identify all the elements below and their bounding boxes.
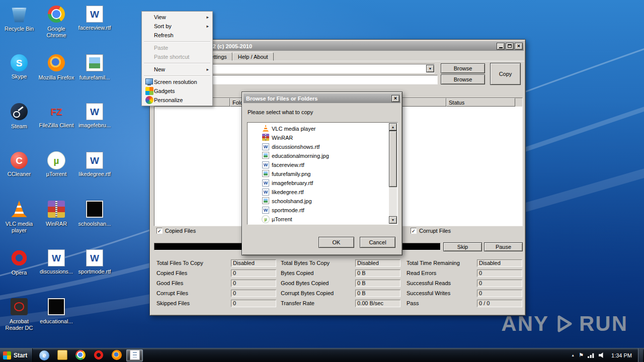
file-list-item[interactable]: WinRAR xyxy=(248,133,389,142)
file-list-item[interactable]: schoolshand.jpg xyxy=(248,197,389,206)
desktop-icon[interactable]: CCleaner xyxy=(1,148,37,197)
taskbar-button[interactable] xyxy=(54,349,70,361)
scroll-up-button[interactable]: ▲ xyxy=(389,123,397,131)
play-logo-icon xyxy=(554,314,574,334)
target-browse-button[interactable]: Browse xyxy=(441,74,485,84)
winrar-icon xyxy=(262,134,269,141)
context-menu-item[interactable]: View ▸ xyxy=(143,13,211,22)
stat-row: Corrupt Bytes Copied 0 B xyxy=(281,288,400,298)
action-center-flag-icon[interactable]: ⚑ xyxy=(579,352,584,358)
file-list-item-label: likedegree.rtf xyxy=(272,189,304,195)
scrollbar[interactable]: ▲ ▼ xyxy=(389,123,397,224)
context-menu-item[interactable]: Gadgets ▸ xyxy=(143,86,211,96)
desktop-icon-label: futurefamil... xyxy=(79,74,110,81)
stat-value: 0 B xyxy=(355,290,400,297)
taskbar-button[interactable] xyxy=(108,349,125,361)
hidden-icons-chevron[interactable]: ▲ xyxy=(571,353,575,357)
taskbar-button[interactable] xyxy=(72,349,89,361)
desktop-icon-label: Acrobat Reader DC xyxy=(1,318,37,331)
desktop-icon[interactable]: Mozilla Firefox xyxy=(38,51,74,100)
file-list-item[interactable]: µTorrent xyxy=(248,215,389,224)
taskbar-button[interactable] xyxy=(126,349,143,361)
clock[interactable]: 1:34 PM xyxy=(611,352,632,358)
utorrent-icon xyxy=(262,216,269,223)
checkbox[interactable]: ✓ xyxy=(156,228,163,234)
file-list-item[interactable]: likedegree.rtf xyxy=(248,188,389,197)
dialog-titlebar[interactable]: Browse for Files or Folders × xyxy=(244,94,400,103)
context-menu-item[interactable]: Personalize ▸ xyxy=(143,96,211,105)
context-menu-item[interactable]: New ▸ xyxy=(143,65,211,74)
minimize-button[interactable] xyxy=(497,43,505,50)
desktop-icon[interactable]: likedegree.rtf xyxy=(75,148,114,197)
context-menu-item[interactable]: Screen resolution ▸ xyxy=(143,77,211,86)
desktop-icon[interactable]: Recycle Bin xyxy=(1,2,37,51)
dialog-close-button[interactable]: × xyxy=(391,95,399,102)
file-list-item[interactable]: imagefebruary.rtf xyxy=(248,178,389,188)
copied-files-checkbox[interactable]: ✓ Copied Files xyxy=(156,228,196,234)
corrupt-files-checkbox[interactable]: ✓ Corrupt Files xyxy=(411,228,451,234)
desktop-icon[interactable]: Opera xyxy=(1,246,37,295)
ok-button[interactable]: OK xyxy=(318,237,354,248)
desktop-icon[interactable]: imagefebru... xyxy=(75,100,114,148)
word-doc-icon xyxy=(262,189,269,196)
stat-value: 0.00 B/sec xyxy=(355,300,400,307)
taskbar-button[interactable] xyxy=(36,349,52,361)
desktop-icon[interactable]: Google Chrome xyxy=(38,2,74,51)
stat-label: Total Bytes To Copy xyxy=(281,260,330,266)
menu-item-label: View xyxy=(154,14,166,20)
cancel-button[interactable]: Cancel xyxy=(360,237,395,248)
context-menu-item[interactable]: Paste shortcut ▸ xyxy=(143,52,211,61)
word-doc-icon xyxy=(86,249,103,266)
maximize-button[interactable] xyxy=(506,43,514,50)
file-list-item[interactable]: sportmode.rtf xyxy=(248,206,389,215)
submenu-arrow-icon: ▸ xyxy=(206,67,209,72)
tab-label: Help / About xyxy=(238,54,268,60)
desktop-icon[interactable]: facereview.rtf xyxy=(75,2,114,51)
desktop-icon[interactable]: discussions... xyxy=(38,246,74,295)
file-list-item[interactable]: futurefamily.png xyxy=(248,169,389,178)
file-list-item[interactable]: VLC media player xyxy=(248,124,389,133)
checkbox[interactable]: ✓ xyxy=(411,228,417,234)
scrollbar-thumb[interactable] xyxy=(389,131,397,187)
context-menu-item[interactable]: Sort by ▸ xyxy=(143,22,211,31)
pause-button[interactable]: Pause xyxy=(484,242,523,251)
stat-label: Transfer Rate xyxy=(281,300,314,306)
file-list-item[interactable]: educationalmorning.jpg xyxy=(248,151,389,160)
desktop-icon[interactable]: FileZilla Client xyxy=(38,100,74,148)
desktop-icon-label: Steam xyxy=(11,123,27,130)
desktop-icon[interactable]: sportmode.rtf xyxy=(75,246,114,295)
stat-value: 0 xyxy=(231,290,276,297)
file-list-item[interactable]: discussionshows.rtf xyxy=(248,142,389,151)
desktop-icon[interactable]: Acrobat Reader DC xyxy=(1,295,37,343)
desktop-icon[interactable]: Skype xyxy=(1,51,37,100)
volume-icon[interactable] xyxy=(599,352,605,358)
desktop-icon-label: educational... xyxy=(40,318,72,325)
start-button[interactable]: Start xyxy=(0,348,33,362)
source-browse-button[interactable]: Browse xyxy=(441,63,485,73)
file-list-item[interactable]: facereview.rtf xyxy=(248,160,389,169)
file-list-item-label: µTorrent xyxy=(272,216,292,222)
desktop-icon[interactable]: educational... xyxy=(38,295,74,343)
context-menu-item[interactable]: Refresh ▸ xyxy=(143,31,211,40)
copier-page-icon xyxy=(130,350,140,360)
desktop-icon[interactable]: Steam xyxy=(1,100,37,148)
list-column-header[interactable]: Status xyxy=(446,98,515,107)
desktop-icon[interactable]: futurefamil... xyxy=(75,51,114,100)
tab[interactable]: Help / About xyxy=(232,52,274,61)
context-menu-item[interactable]: Paste ▸ xyxy=(143,43,211,52)
file-picker-list[interactable]: VLC media player WinRAR discussionshows.… xyxy=(247,122,398,225)
close-button[interactable]: × xyxy=(515,43,523,50)
desktop-icon[interactable]: schoolshan... xyxy=(75,197,114,246)
skip-button[interactable]: Skip xyxy=(443,242,482,251)
image-icon xyxy=(262,152,269,159)
source-dropdown-button[interactable]: ▼ xyxy=(426,65,434,72)
desktop-icon[interactable]: VLC media player xyxy=(1,197,37,246)
network-icon[interactable] xyxy=(588,352,595,358)
show-desktop-button[interactable] xyxy=(638,348,643,362)
desktop-icon-label: Recycle Bin xyxy=(5,26,34,32)
taskbar-button[interactable] xyxy=(90,349,107,361)
scroll-down-button[interactable]: ▼ xyxy=(389,216,397,224)
desktop-icon[interactable]: WinRAR xyxy=(38,197,74,246)
copy-button[interactable]: Copy xyxy=(490,63,521,85)
desktop-icon[interactable]: µTorrent xyxy=(38,148,74,197)
